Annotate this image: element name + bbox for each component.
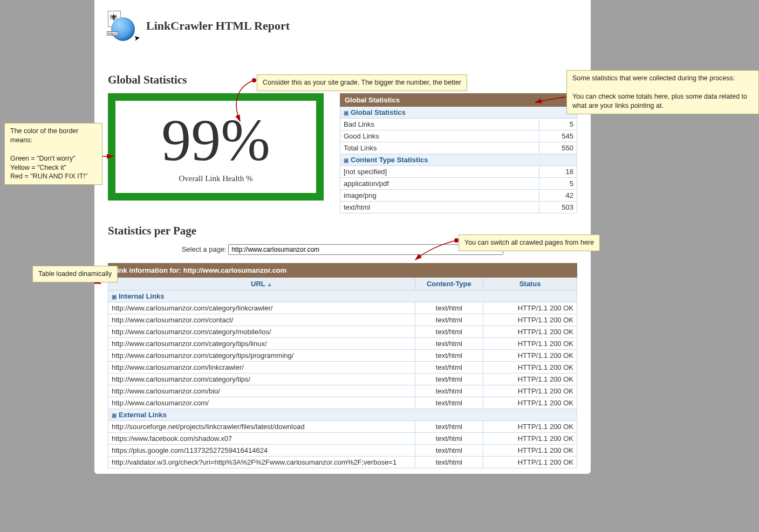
cell-url[interactable]: https://www.facebook.com/shadow.x07 [108, 433, 415, 445]
stats-key: image/png [340, 190, 539, 202]
stats-key: Bad Links [340, 119, 539, 130]
select-label: Select a page: [182, 245, 227, 253]
callout-switch: You can switch all crawled pages from he… [459, 234, 600, 251]
cell-status: HTTP/1.1 200 OK [483, 362, 577, 374]
cell-content-type: text/html [415, 445, 483, 457]
cell-status: HTTP/1.1 200 OK [483, 302, 577, 314]
stats-group[interactable]: ▣Content Type Statistics [340, 154, 577, 166]
cell-content-type: text/html [415, 374, 483, 385]
cell-url[interactable]: http://www.carlosumanzor.com/contact/ [108, 314, 415, 326]
table-row: http://www.carlosumanzor.com/category/ti… [108, 338, 577, 350]
cell-status: HTTP/1.1 200 OK [483, 445, 577, 457]
col-content-type[interactable]: Content-Type [415, 278, 483, 291]
global-stats-title: Global Statistics [340, 94, 577, 107]
global-stats-table: Global Statistics ▣Global StatisticsBad … [340, 93, 577, 213]
cell-content-type: text/html [415, 314, 483, 326]
link-info-table: Link information for: http://www.carlosu… [108, 263, 577, 468]
cell-url[interactable]: http://www.carlosumanzor.com/category/ti… [108, 374, 415, 385]
stats-value: 42 [539, 190, 577, 202]
cell-url[interactable]: http://sourceforge.net/projects/linkcraw… [108, 421, 415, 433]
callout-table-dyn: Table loaded dinamically [32, 266, 118, 282]
grade-value: 99% [121, 110, 311, 170]
cell-content-type: text/html [415, 326, 483, 338]
header: 🕷 http:// ➤ LinkCrawler HTML Report [94, 0, 591, 52]
grade-label: Overall Link Health % [121, 174, 311, 183]
cell-content-type: text/html [415, 338, 483, 350]
cell-content-type: text/html [415, 362, 483, 374]
cell-status: HTTP/1.1 200 OK [483, 397, 577, 409]
link-group[interactable]: ▣External Links [108, 409, 577, 421]
cell-content-type: text/html [415, 421, 483, 433]
cell-content-type: text/html [415, 397, 483, 409]
stats-value: 545 [539, 130, 577, 142]
cell-content-type: text/html [415, 457, 483, 468]
stats-value: 5 [539, 119, 577, 130]
collapse-icon[interactable]: ▣ [344, 157, 348, 163]
cell-status: HTTP/1.1 200 OK [483, 374, 577, 385]
page-title: LinkCrawler HTML Report [146, 19, 290, 33]
cell-url[interactable]: http://www.carlosumanzor.com/linkcrawler… [108, 362, 415, 374]
cell-url[interactable]: https://plus.google.com/1137325272594164… [108, 445, 415, 457]
stats-value: 503 [539, 202, 577, 213]
cell-url[interactable]: http://www.carlosumanzor.com/category/li… [108, 302, 415, 314]
app-logo-icon: 🕷 http:// ➤ [108, 11, 138, 41]
table-row: http://validator.w3.org/check?uri=http%3… [108, 457, 577, 468]
callout-grade: Consider this as your site grade. The bi… [257, 74, 467, 91]
cell-status: HTTP/1.1 200 OK [483, 421, 577, 433]
table-row: http://www.carlosumanzor.com/category/ti… [108, 374, 577, 385]
col-status[interactable]: Status [483, 278, 577, 291]
collapse-icon[interactable]: ▣ [112, 294, 117, 300]
collapse-icon[interactable]: ▣ [344, 110, 348, 116]
table-row: https://www.facebook.com/shadow.x07text/… [108, 433, 577, 445]
table-row: https://plus.google.com/1137325272594164… [108, 445, 577, 457]
stats-key: application/pdf [340, 178, 539, 190]
cell-url[interactable]: http://www.carlosumanzor.com/category/mo… [108, 326, 415, 338]
table-row: http://www.carlosumanzor.com/category/ti… [108, 350, 577, 362]
cell-content-type: text/html [415, 385, 483, 397]
cell-content-type: text/html [415, 433, 483, 445]
stats-key: text/html [340, 202, 539, 213]
table-row: http://www.carlosumanzor.com/category/mo… [108, 326, 577, 338]
stats-key: Good Links [340, 130, 539, 142]
cell-status: HTTP/1.1 200 OK [483, 385, 577, 397]
table-row: http://sourceforge.net/projects/linkcraw… [108, 421, 577, 433]
callout-border-legend: The color of the border means: Green = "… [4, 123, 102, 185]
cell-status: HTTP/1.1 200 OK [483, 338, 577, 350]
cell-status: HTTP/1.1 200 OK [483, 314, 577, 326]
cell-content-type: text/html [415, 350, 483, 362]
cell-content-type: text/html [415, 302, 483, 314]
stats-value: 18 [539, 166, 577, 178]
cell-status: HTTP/1.1 200 OK [483, 457, 577, 468]
cell-url[interactable]: http://www.carlosumanzor.com/ [108, 397, 415, 409]
collapse-icon[interactable]: ▣ [112, 412, 117, 418]
cell-url[interactable]: http://www.carlosumanzor.com/category/ti… [108, 350, 415, 362]
table-row: http://www.carlosumanzor.com/linkcrawler… [108, 362, 577, 374]
cell-status: HTTP/1.1 200 OK [483, 433, 577, 445]
link-group[interactable]: ▣Internal Links [108, 291, 577, 302]
cell-url[interactable]: http://www.carlosumanzor.com/category/ti… [108, 338, 415, 350]
stats-value: 550 [539, 142, 577, 154]
grade-box: 99% Overall Link Health % [108, 93, 324, 201]
table-row: http://www.carlosumanzor.com/bio/text/ht… [108, 385, 577, 397]
link-table-title: Link information for: http://www.carlosu… [108, 264, 577, 278]
table-row: http://www.carlosumanzor.com/contact/tex… [108, 314, 577, 326]
cell-status: HTTP/1.1 200 OK [483, 326, 577, 338]
col-url[interactable]: URL▲ [108, 278, 415, 291]
stats-key: [not specified] [340, 166, 539, 178]
cell-status: HTTP/1.1 200 OK [483, 350, 577, 362]
sort-asc-icon: ▲ [267, 281, 272, 287]
stats-group[interactable]: ▣Global Statistics [340, 107, 577, 119]
table-row: http://www.carlosumanzor.com/category/li… [108, 302, 577, 314]
cell-url[interactable]: http://validator.w3.org/check?uri=http%3… [108, 457, 415, 468]
callout-stats: Some statistics that were collected duri… [566, 70, 759, 114]
stats-value: 5 [539, 178, 577, 190]
stats-key: Total Links [340, 142, 539, 154]
cell-url[interactable]: http://www.carlosumanzor.com/bio/ [108, 385, 415, 397]
table-row: http://www.carlosumanzor.com/text/htmlHT… [108, 397, 577, 409]
